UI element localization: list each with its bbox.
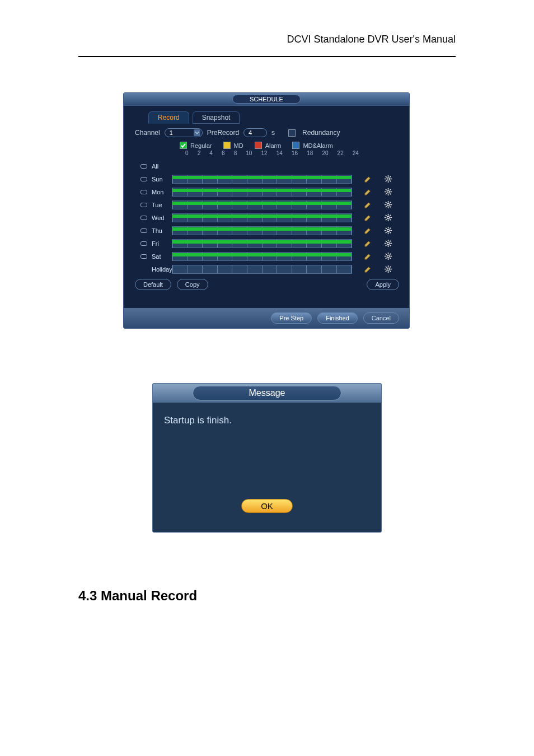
schedule-grid: All Sun Mon Tue (140, 160, 399, 276)
svg-line-68 (385, 267, 386, 268)
svg-line-23 (385, 202, 386, 203)
gear-icon[interactable] (383, 200, 392, 209)
svg-point-45 (387, 242, 389, 244)
timeline[interactable] (172, 252, 352, 261)
svg-line-52 (385, 245, 386, 246)
timeline[interactable] (172, 239, 352, 248)
svg-line-62 (390, 254, 391, 255)
svg-line-34 (385, 219, 386, 220)
prerecord-value: 4 (249, 129, 252, 136)
link-icon[interactable] (140, 164, 147, 169)
svg-line-43 (385, 232, 386, 233)
day-row-sun: Sun (140, 172, 399, 185)
ok-button[interactable]: OK (241, 499, 293, 513)
timeline-ticks: 024681012141618202224 (185, 150, 359, 156)
day-label: All (152, 163, 167, 170)
day-label: Holiday (152, 266, 174, 273)
edit-icon[interactable] (363, 265, 372, 274)
gear-icon[interactable] (383, 213, 392, 222)
edit-icon[interactable] (363, 175, 372, 184)
svg-line-70 (385, 270, 386, 272)
svg-line-69 (390, 270, 391, 272)
message-body: Startup is finish. (153, 403, 381, 499)
schedule-title: SCHEDULE (232, 95, 301, 104)
timeline[interactable] (172, 226, 352, 235)
timeline[interactable] (172, 188, 352, 197)
svg-line-50 (385, 241, 386, 242)
svg-line-8 (390, 176, 391, 178)
day-label: Wed (152, 214, 167, 221)
edit-icon[interactable] (363, 226, 372, 235)
svg-line-7 (385, 180, 386, 181)
day-label: Thu (152, 227, 167, 234)
svg-line-59 (385, 254, 386, 255)
schedule-window: SCHEDULE Record Snapshot Channel 1 PreRe… (123, 92, 410, 329)
timeline[interactable] (172, 200, 352, 209)
day-row-all: All (140, 160, 399, 172)
cancel-button[interactable]: Cancel (363, 312, 399, 324)
link-icon[interactable] (140, 254, 147, 259)
svg-point-63 (387, 268, 389, 270)
tab-snapshot[interactable]: Snapshot (193, 111, 240, 124)
timeline[interactable] (172, 175, 352, 184)
link-icon[interactable] (140, 190, 147, 194)
day-label: Fri (152, 240, 167, 247)
svg-line-17 (390, 189, 391, 190)
svg-line-16 (385, 193, 386, 194)
timeline[interactable] (172, 213, 352, 222)
svg-point-18 (387, 203, 389, 206)
prerecord-input[interactable]: 4 (243, 128, 267, 137)
gear-icon[interactable] (383, 265, 392, 274)
checkbox-mdalarm[interactable] (292, 142, 299, 149)
checkbox-md[interactable] (223, 142, 231, 149)
svg-line-26 (390, 202, 391, 203)
gear-icon[interactable] (383, 239, 392, 248)
svg-line-42 (390, 232, 391, 233)
checkbox-regular[interactable] (180, 142, 187, 149)
svg-line-24 (390, 206, 391, 207)
link-icon[interactable] (140, 177, 147, 181)
svg-line-25 (385, 206, 386, 207)
doc-header: DCVI Standalone DVR User's Manual (287, 34, 456, 45)
legend-regular: Regular (180, 142, 212, 149)
copy-button[interactable]: Copy (177, 279, 208, 290)
apply-button[interactable]: Apply (367, 279, 399, 290)
edit-icon[interactable] (363, 213, 372, 222)
svg-line-35 (390, 215, 391, 216)
link-icon[interactable] (140, 228, 147, 233)
redundancy-label: Redundancy (302, 129, 340, 137)
prerecord-label: PreRecord (207, 129, 239, 137)
finished-button[interactable]: Finished (317, 312, 358, 324)
channel-select[interactable]: 1 (165, 128, 203, 137)
day-row-tue: Tue (140, 198, 399, 211)
prestep-button[interactable]: Pre Step (271, 312, 312, 324)
link-icon[interactable] (140, 203, 147, 207)
day-row-wed: Wed (140, 211, 399, 224)
message-dialog: Message Startup is finish. OK (152, 383, 382, 533)
svg-point-0 (387, 178, 389, 180)
checkbox-alarm[interactable] (255, 142, 262, 149)
edit-icon[interactable] (363, 252, 372, 261)
gear-icon[interactable] (383, 252, 392, 261)
svg-line-15 (390, 193, 391, 194)
gear-icon[interactable] (383, 188, 392, 197)
message-titlebar: Message (153, 384, 381, 403)
timeline[interactable] (172, 265, 352, 274)
edit-icon[interactable] (363, 239, 372, 248)
schedule-titlebar: SCHEDULE (124, 93, 409, 106)
svg-line-14 (385, 189, 386, 190)
day-row-fri: Fri (140, 237, 399, 250)
svg-line-32 (385, 215, 386, 216)
default-button[interactable]: Default (135, 279, 171, 290)
prerecord-unit: s (271, 129, 275, 137)
redundancy-checkbox[interactable] (288, 129, 296, 137)
gear-icon[interactable] (383, 226, 392, 235)
link-icon[interactable] (140, 216, 147, 220)
tab-record[interactable]: Record (148, 111, 189, 124)
edit-icon[interactable] (363, 188, 372, 197)
link-icon[interactable] (140, 241, 147, 246)
gear-icon[interactable] (383, 175, 392, 184)
chevron-down-icon (194, 129, 200, 136)
edit-icon[interactable] (363, 200, 372, 209)
day-label: Sun (152, 176, 167, 183)
